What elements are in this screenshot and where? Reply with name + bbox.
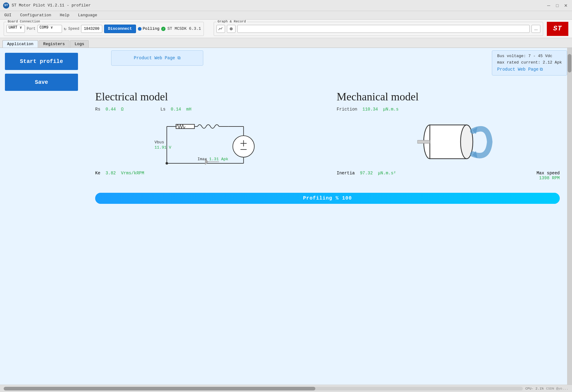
board-connection-group: Board Connection UART ∨ Port COM9 ∨ ↻ Sp… — [4, 22, 204, 36]
more-button[interactable]: ... — [531, 25, 540, 33]
progress-bar-container: Profiling % 100 — [95, 193, 560, 204]
uart-select[interactable]: UART ∨ — [6, 25, 25, 33]
port-label: Port — [27, 27, 36, 31]
window-title: ST Motor Pilot V1.2.11 - profiler — [12, 3, 91, 8]
cpu-label: CPU- 2.1% — [525, 387, 543, 390]
svg-text:11.91 V: 11.91 V — [154, 145, 171, 150]
electrical-model: Electrical model Rs 0.44 Ω Ls 0.14 mH — [95, 90, 318, 180]
scrollbar-thumb[interactable] — [568, 54, 571, 72]
product-web-page-link[interactable]: Product Web Page — [134, 56, 175, 60]
tab-registers[interactable]: Registers — [39, 40, 69, 48]
board-connection-label: Board Connection — [6, 20, 41, 23]
bus-voltage-text: Bus voltage: 7 - 45 Vdc — [497, 53, 562, 60]
product-link-icon: ⧉ — [177, 56, 181, 60]
menu-bar: GUI Configuration Help Language — [0, 11, 572, 20]
scrollbar-vertical[interactable] — [567, 48, 572, 385]
menu-configuration[interactable]: Configuration — [18, 12, 53, 18]
graph-record-label: Graph & Record — [216, 20, 247, 23]
app-logo: ST — [3, 2, 9, 9]
save-button[interactable]: Save — [5, 74, 78, 91]
circuit-diagram: Vbus 11.91 V Imax 1.31 Apk — [95, 114, 318, 169]
menu-language[interactable]: Language — [76, 12, 99, 18]
tabs-bar: Application Registers Logs — [0, 38, 572, 48]
inertia-maxspeed-row: Inertia 97.32 μN.m.s² Max speed 1398 RPM — [337, 171, 560, 180]
right-panel: Product Web Page ⧉ Bus voltage: 7 - 45 V… — [83, 48, 572, 385]
svg-text:Vbus: Vbus — [154, 140, 164, 145]
polling-indicator: Polling — [138, 26, 160, 31]
electrical-model-title: Electrical model — [95, 90, 318, 103]
tab-logs[interactable]: Logs — [70, 40, 89, 48]
top-info-bar: Product Web Page ⧉ Bus voltage: 7 - 45 V… — [83, 48, 572, 78]
bus-info-box: Bus voltage: 7 - 45 Vdc max rated curren… — [492, 50, 567, 76]
scrollbar-h-thumb[interactable] — [4, 387, 315, 390]
menu-help[interactable]: Help — [58, 12, 71, 18]
rs-label: Rs 0.44 Ω — [95, 107, 123, 112]
mechanical-model-title: Mechanical model — [337, 90, 560, 103]
main-content: Start profile Save Product Web Page ⧉ Bu… — [0, 48, 572, 385]
scrollbar-horizontal[interactable] — [4, 387, 523, 390]
speed-display: 1843200 — [81, 25, 102, 33]
disconnect-button[interactable]: Disconnect — [104, 25, 136, 33]
connected-dot: ✓ — [161, 27, 165, 31]
svg-text:1.31 Apk: 1.31 Apk — [209, 157, 228, 161]
window-controls: ─ □ ✕ — [546, 2, 569, 9]
tab-application[interactable]: Application — [2, 40, 38, 48]
bus-product-link[interactable]: Product Web Page — [497, 66, 538, 73]
st-logo: ST — [547, 22, 568, 36]
product-link-box: Product Web Page ⧉ — [111, 50, 203, 66]
polling-dot — [138, 27, 142, 31]
port-select[interactable]: COM9 ∨ — [37, 25, 62, 33]
svg-point-21 — [165, 162, 168, 165]
record-button[interactable] — [227, 25, 235, 33]
toolbar: Board Connection UART ∨ Port COM9 ∨ ↻ Sp… — [0, 20, 572, 38]
inertia-label: Inertia 97.32 μN.m.s² — [337, 171, 396, 180]
refresh-icon[interactable]: ↻ — [64, 26, 66, 31]
start-profile-button[interactable]: Start profile — [5, 53, 78, 70]
graph-record-area — [237, 25, 530, 33]
model-area: Electrical model Rs 0.44 Ω Ls 0.14 mH — [83, 84, 572, 187]
bus-current-text: max rated current: 2.12 Apk — [497, 60, 562, 66]
ke-row: Ke 3.82 Vrms/kRPM — [95, 171, 318, 176]
progress-label: Profiling % 100 — [303, 196, 352, 201]
left-panel: Start profile Save — [0, 48, 83, 385]
mechanical-model: Mechanical model Friction 110.34 μN.m.s — [337, 90, 560, 180]
ls-label: Ls 0.14 mH — [160, 107, 191, 112]
minimize-button[interactable]: ─ — [546, 2, 552, 9]
title-bar: ST ST Motor Pilot V1.2.11 - profiler ─ □… — [0, 0, 572, 11]
bottom-bar: CPU- 2.1% CSDN @yo... — [0, 385, 572, 392]
max-speed-area: Max speed 1398 RPM — [536, 171, 560, 180]
sdk-label: ST MCSDK 6.3.1 — [167, 26, 201, 31]
watermark: CSDN @yo... — [546, 387, 568, 390]
graph-button[interactable] — [216, 25, 225, 33]
graph-record-group: Graph & Record ... — [214, 22, 543, 36]
bus-product-link-icon: ⧉ — [540, 66, 543, 73]
friction-label: Friction 110.34 μN.m.s — [337, 107, 399, 112]
svg-text:Imax: Imax — [197, 157, 207, 161]
maximize-button[interactable]: □ — [554, 2, 560, 9]
menu-gui[interactable]: GUI — [2, 12, 13, 18]
speed-label: Speed — [68, 27, 79, 31]
svg-rect-31 — [418, 140, 430, 143]
motor-diagram — [337, 114, 560, 169]
close-button[interactable]: ✕ — [563, 2, 569, 9]
